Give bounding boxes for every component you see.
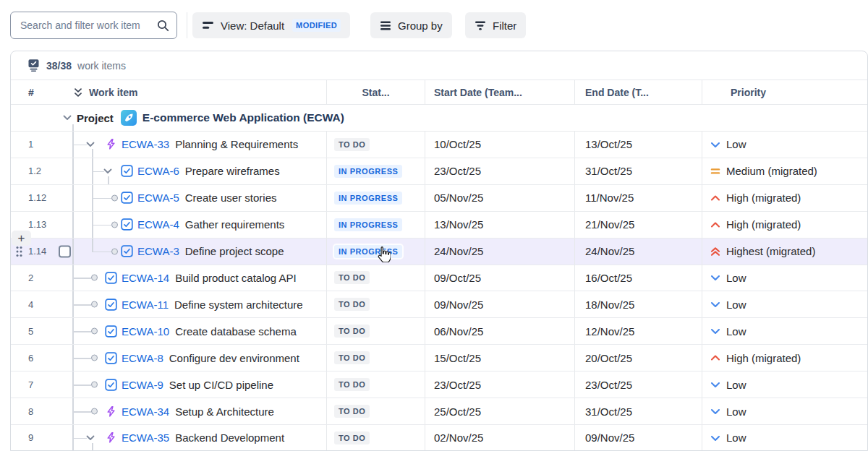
start-date-cell[interactable]: 25/Oct/25 xyxy=(425,398,574,424)
priority-cell[interactable]: High (migrated) xyxy=(702,212,867,238)
end-date-cell[interactable]: 13/Oct/25 xyxy=(574,132,702,158)
header-end-date[interactable]: End Date (T... xyxy=(574,80,702,104)
priority-cell[interactable]: Low xyxy=(702,265,867,291)
view-settings-button[interactable]: View: Default MODIFIED xyxy=(192,12,350,38)
project-row[interactable]: Project E-commerce Web Application (ECWA… xyxy=(11,105,867,132)
start-date-cell[interactable]: 06/Nov/25 xyxy=(425,318,574,344)
work-item-key-link[interactable]: ECWA-11 xyxy=(122,298,169,311)
start-date-cell[interactable]: 10/Oct/25 xyxy=(425,132,574,158)
add-work-item-button[interactable]: + xyxy=(12,231,31,246)
table-row[interactable]: 6ECWA-8Configure dev environmentTO DO15/… xyxy=(11,345,867,371)
work-item-key-link[interactable]: ECWA-8 xyxy=(122,352,163,364)
status-badge[interactable]: TO DO xyxy=(334,405,370,418)
header-status[interactable]: Stat... xyxy=(326,80,425,104)
header-start-date[interactable]: Start Date (Team... xyxy=(425,80,574,104)
work-item-key-link[interactable]: ECWA-3 xyxy=(137,245,179,257)
priority-cell[interactable]: High (migrated) xyxy=(702,185,867,211)
work-item-key-link[interactable]: ECWA-5 xyxy=(137,192,179,204)
work-item-cell: ECWA-11Define system architecture xyxy=(69,291,326,317)
table-row[interactable]: 1ECWA-33Planning & RequirementsTO DO10/O… xyxy=(11,132,867,158)
start-date-cell[interactable]: 24/Nov/25 xyxy=(425,239,574,265)
header-work-item[interactable]: Work item xyxy=(69,80,326,104)
status-badge[interactable]: TO DO xyxy=(334,138,370,151)
collapse-all-icon[interactable] xyxy=(72,87,84,98)
expand-chevron-icon[interactable] xyxy=(86,142,95,147)
priority-cell[interactable]: Low xyxy=(702,132,867,158)
project-expand-chevron-icon[interactable] xyxy=(63,115,72,121)
group-by-button[interactable]: Group by xyxy=(370,12,452,38)
table-row[interactable]: 9ECWA-35Backend DevelopmentTO DO02/Nov/2… xyxy=(11,425,867,451)
table-row[interactable]: 1.12ECWA-5Create user storiesIN PROGRESS… xyxy=(11,185,867,212)
start-date-cell[interactable]: 05/Nov/25 xyxy=(425,185,574,211)
end-date-cell[interactable]: 20/Oct/25 xyxy=(574,345,702,371)
tree-connector-dot xyxy=(91,328,98,335)
work-item-key-link[interactable]: ECWA-10 xyxy=(122,325,169,338)
end-date-cell[interactable]: 21/Nov/25 xyxy=(574,212,702,238)
end-date-cell[interactable]: 31/Oct/25 xyxy=(574,398,702,424)
status-cell: IN PROGRESS xyxy=(326,212,425,238)
search-input[interactable] xyxy=(19,19,156,32)
start-date-cell[interactable]: 09/Nov/25 xyxy=(425,291,574,317)
priority-cell[interactable]: Low xyxy=(702,318,867,344)
table-row[interactable]: 2ECWA-14Build product catalog APITO DO09… xyxy=(11,265,867,292)
priority-cell[interactable]: Low xyxy=(702,398,867,424)
tree-connector-dot xyxy=(91,408,98,415)
header-priority[interactable]: Priority xyxy=(702,80,867,104)
priority-cell[interactable]: High (migrated) xyxy=(702,345,867,371)
end-date-cell[interactable]: 16/Oct/25 xyxy=(574,265,702,291)
start-date-cell[interactable]: 09/Oct/25 xyxy=(425,265,574,291)
table-row[interactable]: 1.2ECWA-6Prepare wireframesIN PROGRESS23… xyxy=(11,158,867,185)
status-badge[interactable]: IN PROGRESS xyxy=(334,218,402,231)
end-date-cell[interactable]: 31/Oct/25 xyxy=(574,158,702,184)
work-item-key-link[interactable]: ECWA-34 xyxy=(122,405,169,418)
status-badge[interactable]: IN PROGRESS xyxy=(334,192,402,205)
end-date-cell[interactable]: 24/Nov/25 xyxy=(574,239,702,265)
drag-handle[interactable] xyxy=(16,246,22,257)
work-item-key-link[interactable]: ECWA-9 xyxy=(122,379,163,391)
end-date-cell[interactable]: 23/Oct/25 xyxy=(574,371,702,398)
header-number[interactable]: # xyxy=(11,80,69,104)
start-date-cell[interactable]: 13/Nov/25 xyxy=(425,212,574,238)
filter-button[interactable]: Filter xyxy=(465,12,526,38)
table-row[interactable]: 1.13ECWA-4Gather requirementsIN PROGRESS… xyxy=(11,212,867,239)
start-date-cell[interactable]: 15/Oct/25 xyxy=(425,345,574,371)
end-date-cell[interactable]: 09/Nov/25 xyxy=(574,425,702,451)
work-item-key-link[interactable]: ECWA-33 xyxy=(122,138,169,150)
table-row[interactable]: 5ECWA-10Create database schemaTO DO06/No… xyxy=(11,318,867,345)
end-date-cell[interactable]: 11/Nov/25 xyxy=(574,185,702,211)
start-date-cell[interactable]: 23/Oct/25 xyxy=(425,371,574,398)
end-date-cell[interactable]: 18/Nov/25 xyxy=(574,291,702,317)
row-checkbox[interactable] xyxy=(59,245,71,257)
expand-chevron-icon[interactable] xyxy=(103,168,112,174)
search-box[interactable] xyxy=(10,12,177,39)
status-badge[interactable]: TO DO xyxy=(334,325,370,338)
table-row[interactable]: 4ECWA-11Define system architectureTO DO0… xyxy=(11,291,867,318)
end-date-cell[interactable]: 12/Nov/25 xyxy=(574,318,702,344)
work-item-key-link[interactable]: ECWA-14 xyxy=(122,272,169,284)
priority-cell[interactable]: Low xyxy=(702,291,867,317)
priority-label: Low xyxy=(726,325,746,338)
status-badge[interactable]: TO DO xyxy=(334,431,370,444)
priority-cell[interactable]: Medium (migrated) xyxy=(702,158,867,184)
work-item-key-link[interactable]: ECWA-4 xyxy=(137,218,179,231)
status-badge[interactable]: TO DO xyxy=(334,298,370,311)
start-date-cell[interactable]: 02/Nov/25 xyxy=(425,425,574,451)
table-row[interactable]: 8ECWA-34Setup & ArchitectureTO DO25/Oct/… xyxy=(11,398,867,425)
table-row[interactable]: 7ECWA-9Set up CI/CD pipelineTO DO23/Oct/… xyxy=(11,371,867,398)
priority-high-icon xyxy=(710,219,721,231)
row-number: 1.2 xyxy=(28,166,41,176)
status-badge[interactable]: TO DO xyxy=(334,351,370,364)
status-badge[interactable]: TO DO xyxy=(334,271,370,284)
status-badge[interactable]: IN PROGRESS xyxy=(334,165,402,178)
priority-cell[interactable]: Low xyxy=(702,425,867,451)
work-item-key-link[interactable]: ECWA-6 xyxy=(137,165,179,177)
status-badge[interactable]: TO DO xyxy=(334,378,370,391)
status-badge[interactable]: IN PROGRESS xyxy=(334,245,402,258)
priority-cell[interactable]: Highest (migrated) xyxy=(702,239,867,265)
expand-chevron-icon[interactable] xyxy=(86,435,95,441)
table-row[interactable]: 1.14ECWA-3Define project scopeIN PROGRES… xyxy=(11,239,867,265)
priority-cell[interactable]: Low xyxy=(702,371,867,398)
work-item-cell: ECWA-6Prepare wireframes xyxy=(69,158,326,184)
work-item-key-link[interactable]: ECWA-35 xyxy=(122,431,169,444)
start-date-cell[interactable]: 23/Oct/25 xyxy=(425,158,574,184)
